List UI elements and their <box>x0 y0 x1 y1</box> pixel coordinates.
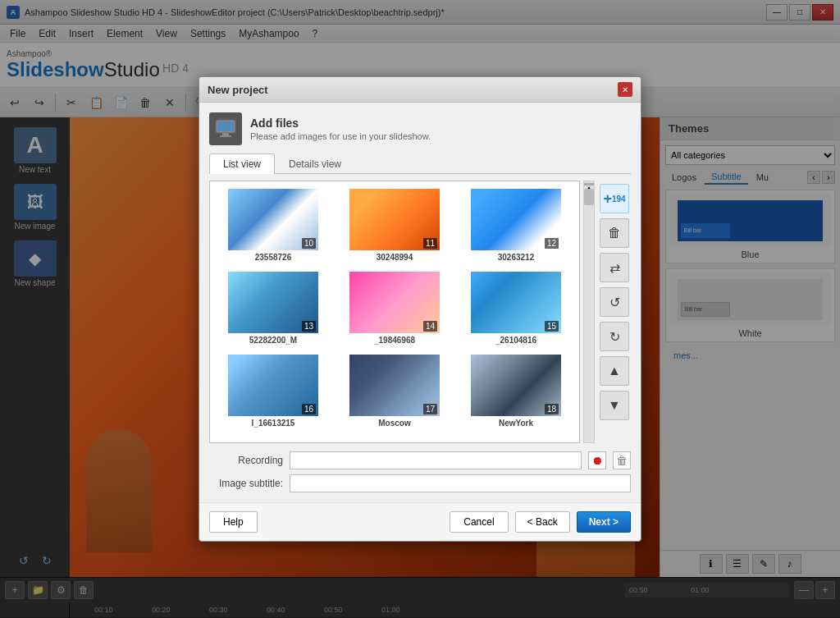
grid-actions: +194 🗑 ⇄ ↺ ↻ ▲ <box>598 181 631 443</box>
file-name-4: _19846968 <box>374 336 415 345</box>
file-item-7[interactable]: 17 Moscow <box>336 352 453 430</box>
monitor-icon <box>214 119 237 139</box>
modal-header-text: Add files Please add images for use in y… <box>250 117 431 141</box>
scrollbar-thumb[interactable] <box>584 189 594 205</box>
file-item-3[interactable]: 13 52282200_M <box>215 269 331 347</box>
file-num-2: 12 <box>545 238 559 249</box>
file-item-5[interactable]: 15 _26104816 <box>458 269 574 347</box>
arrow-down-icon: ▼ <box>608 398 621 413</box>
file-thumb-8: 18 <box>471 355 561 416</box>
tab-details-view[interactable]: Details view <box>275 153 355 174</box>
file-item-6[interactable]: 16 l_16613215 <box>215 352 331 430</box>
shuffle-icon: ⇄ <box>609 260 620 276</box>
modal-next-button[interactable]: Next > <box>577 511 631 533</box>
file-thumb-0: 10 <box>228 189 318 250</box>
file-name-2: 30263212 <box>498 253 535 262</box>
record-btn[interactable]: ⏺ <box>588 451 606 469</box>
modal-footer-center: Cancel < Back Next > <box>450 511 631 533</box>
recording-row: Recording ⏺ 🗑 <box>209 451 631 469</box>
subtitle-input[interactable] <box>290 474 631 492</box>
modal-title: New project <box>208 84 268 96</box>
file-thumb-7: 17 <box>349 355 440 416</box>
file-name-6: l_16613215 <box>252 419 295 428</box>
modal-close-button[interactable]: ✕ <box>618 82 632 97</box>
modal-header-section: Add files Please add images for use in y… <box>209 112 631 145</box>
file-item-4[interactable]: 14 _19846968 <box>336 269 453 347</box>
file-item-1[interactable]: 11 30248994 <box>336 186 453 264</box>
file-grid: 10 23558726 11 30248994 12 <box>209 181 580 443</box>
recording-input[interactable] <box>290 451 582 469</box>
svg-rect-3 <box>220 135 231 137</box>
delete-icon: 🗑 <box>608 226 621 240</box>
modal-cancel-button[interactable]: Cancel <box>450 511 508 533</box>
arrow-up-icon: ▲ <box>608 364 621 378</box>
file-name-7: Moscow <box>378 419 410 428</box>
svg-rect-1 <box>217 121 234 131</box>
bottom-form: Recording ⏺ 🗑 Image subtitle: <box>209 451 631 492</box>
file-name-0: 23558726 <box>255 253 292 262</box>
file-name-5: _26104816 <box>495 336 536 345</box>
file-name-8: NewYork <box>499 419 533 428</box>
rotate-right-icon: ↻ <box>609 329 620 345</box>
file-num-4: 14 <box>423 321 437 332</box>
modal-header-title: Add files <box>250 117 431 130</box>
record-dot-icon: ⏺ <box>591 454 603 467</box>
add-files-btn[interactable]: +194 <box>600 184 629 213</box>
file-num-3: 13 <box>302 321 316 332</box>
file-thumb-4: 14 <box>349 272 440 333</box>
modal-tabs: List view Details view <box>209 153 631 174</box>
tab-list-view[interactable]: List view <box>209 153 275 174</box>
modal-body: Add files Please add images for use in y… <box>199 103 641 502</box>
file-item-8[interactable]: 18 NewYork <box>458 352 574 430</box>
modal-header-icon <box>209 112 242 145</box>
scrollbar-up-arrow: ▲ <box>584 183 594 185</box>
file-num-5: 15 <box>545 321 559 332</box>
file-name-3: 52282200_M <box>249 336 297 345</box>
new-project-modal: New project ✕ Add files Please add image… <box>199 76 641 542</box>
modal-footer: Help Cancel < Back Next > <box>199 502 641 541</box>
modal-titlebar: New project ✕ <box>199 77 641 103</box>
rotate-right-btn[interactable]: ↻ <box>600 322 629 351</box>
file-thumb-2: 12 <box>471 189 561 250</box>
subtitle-row: Image subtitle: <box>209 474 631 492</box>
rotate-left-icon: ↺ <box>609 295 620 310</box>
move-up-btn[interactable]: ▲ <box>600 356 629 386</box>
modal-header-desc: Please add images for use in your slides… <box>250 131 431 141</box>
file-thumb-6: 16 <box>228 355 318 416</box>
file-thumb-5: 15 <box>471 272 561 333</box>
subtitle-label: Image subtitle: <box>209 478 283 489</box>
modal-back-button[interactable]: < Back <box>515 511 570 533</box>
shuffle-btn[interactable]: ⇄ <box>600 253 629 282</box>
grid-scrollbar[interactable]: ▲ <box>583 181 595 443</box>
file-num-7: 17 <box>423 404 437 414</box>
move-down-btn[interactable]: ▼ <box>600 391 629 420</box>
rotate-left-btn[interactable]: ↺ <box>600 287 629 317</box>
recording-delete-icon: 🗑 <box>616 454 628 467</box>
file-num-1: 11 <box>423 238 437 249</box>
modal-help-button[interactable]: Help <box>209 511 258 533</box>
svg-rect-2 <box>222 133 229 135</box>
recording-delete-btn[interactable]: 🗑 <box>613 451 631 469</box>
file-num-8: 18 <box>545 404 559 414</box>
file-item-0[interactable]: 10 23558726 <box>215 186 331 264</box>
delete-file-btn[interactable]: 🗑 <box>600 218 629 248</box>
file-name-1: 30248994 <box>377 253 413 262</box>
recording-label: Recording <box>209 455 283 466</box>
modal-overlay: New project ✕ Add files Please add image… <box>0 0 840 618</box>
file-thumb-1: 11 <box>349 189 440 250</box>
file-item-2[interactable]: 12 30263212 <box>458 186 574 264</box>
file-thumb-3: 13 <box>228 272 318 333</box>
file-num-0: 10 <box>302 238 316 249</box>
file-num-6: 16 <box>302 404 316 414</box>
file-grid-container: 10 23558726 11 30248994 12 <box>209 181 631 443</box>
